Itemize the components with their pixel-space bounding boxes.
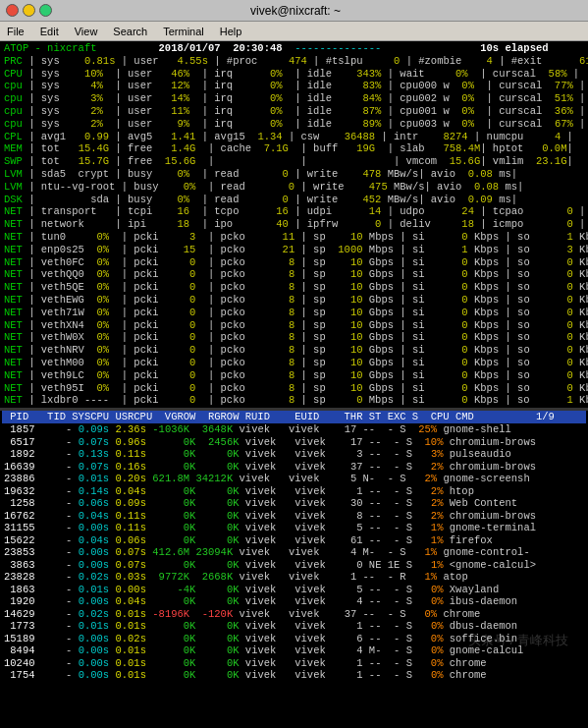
net3-line: NET | enp0s25 0% | pcki 15 | pcko 21 | s… [2, 244, 586, 256]
proc-row-1754: 1754 - 0.00s 0.01s 0K 0K vivek vivek 1 -… [2, 669, 586, 682]
cpu-line: CPU | sys 10% | user 46% | irq 0% | idle… [2, 68, 586, 81]
proc-row-1773: 1773 - 0.01s 0.01s 0K 0K vivek vivek 1 -… [2, 620, 586, 633]
maximize-button[interactable] [39, 4, 52, 17]
cpu1-line: cpu | sys 3% | user 14% | irq 0% | idle … [2, 92, 586, 105]
proc-row-23828: 23828 - 0.02s 0.03s 9772K 2668K vivek vi… [2, 571, 586, 584]
proc-row-1857: 1857 - 0.09s 2.36s -1036K 3648K vivek vi… [2, 423, 586, 436]
proc-row-23853: 23853 - 0.00s 0.07s 412.6M 23094K vivek … [2, 546, 586, 559]
proc-row-1863: 1863 - 0.01s 0.00s -4K 0K vivek vivek 5 … [2, 584, 586, 596]
title-bar: vivek@nixcraft: ~ [0, 0, 588, 22]
mem-line: MEM | tot 15.4G | free 1.4G | cache 7.1G… [2, 142, 586, 155]
net13-line: NET | veth9LC 0% | pcki 0 | pcko 8 | sp … [2, 369, 586, 382]
net9-line: NET | vethXN4 0% | pcki 0 | pcko 8 | sp … [2, 319, 586, 332]
lvm0-line: LVM | sda5 crypt | busy 0% | read 0 | wr… [2, 168, 586, 181]
net5-line: NET | vethQQ0 0% | pcki 0 | pcko 8 | sp … [2, 268, 586, 281]
process-table-area: PID TID SYSCPU USRCPU VGROW RGROW RUID E… [0, 411, 588, 682]
proc-row-15189: 15189 - 0.00s 0.02s 0K 0K vivek vivek 6 … [2, 633, 586, 645]
terminal[interactable]: ATOP - nixcraft 2018/01/07 20:30:48 ----… [0, 41, 588, 728]
net14-line: NET | veth95I 0% | pcki 0 | pcko 8 | sp … [2, 382, 586, 395]
dsk-line: DSK | sda | busy 0% | read 0 | write 452… [2, 194, 586, 206]
proc-row-16762: 16762 - 0.04s 0.11s 0K 0K vivek vivek 8 … [2, 510, 586, 523]
net7-line: NET | vethEWG 0% | pcki 0 | pcko 8 | sp … [2, 294, 586, 307]
proc-row-31155: 31155 - 0.00s 0.11s 0K 0K vivek vivek 5 … [2, 522, 586, 534]
net11-line: NET | vethNRV 0% | pcki 0 | pcko 8 | sp … [2, 344, 586, 357]
proc-row-6517: 6517 - 0.07s 0.96s 0K 2456K vivek vivek … [2, 436, 586, 449]
prc-line: PRC | sys 0.81s | user 4.55s | #proc 474… [2, 55, 586, 68]
cpu3-line: cpu | sys 2% | user 9% | irq 0% | idle 8… [2, 118, 586, 131]
proc-row-14629: 14629 - 0.02s 0.01s -8196K -120K vivek v… [2, 608, 586, 621]
proc-row-15622: 15622 - 0.04s 0.06s 0K 0K vivek vivek 61… [2, 534, 586, 547]
proc-row-8494: 8494 - 0.00s 0.01s 0K 0K vivek vivek 4 M… [2, 644, 586, 657]
net1-line: NET | network | ipi 18 | ipo 40 | ipfrw … [2, 218, 586, 231]
net2-line: NET | tun0 0% | pcki 3 | pcko 11 | sp 10… [2, 231, 586, 244]
proc-row-16639: 16639 - 0.07s 0.16s 0K 0K vivek vivek 37… [2, 461, 586, 474]
window-controls[interactable] [6, 4, 52, 17]
net15-line: NET | lxdbr0 ---- | pcki 0 | pcko 8 | sp… [2, 394, 586, 407]
net12-line: NET | vethM00 0% | pcki 0 | pcko 8 | sp … [2, 357, 586, 369]
net8-line: NET | veth71W 0% | pcki 0 | pcko 8 | sp … [2, 307, 586, 319]
proc-row-19632: 19632 - 0.14s 0.04s 0K 0K vivek vivek 1 … [2, 485, 586, 498]
menu-edit[interactable]: Edit [37, 26, 62, 37]
net10-line: NET | vethW0X 0% | pcki 0 | pcko 8 | sp … [2, 331, 586, 344]
swp-line: SWP | tot 15.7G | free 15.6G | | | vmcom… [2, 155, 586, 168]
proc-row-1920: 1920 - 0.00s 0.04s 0K 0K vivek vivek 4 -… [2, 595, 586, 608]
menu-bar: File Edit View Search Terminal Help [0, 22, 588, 41]
close-button[interactable] [6, 4, 19, 17]
cpu0-line: cpu | sys 4% | user 12% | irq 0% | idle … [2, 80, 586, 92]
proc-row-3863: 3863 - 0.00s 0.07s 0K 0K vivek vivek 0 N… [2, 559, 586, 572]
proc-row-10240: 10240 - 0.00s 0.01s 0K 0K vivek vivek 1 … [2, 657, 586, 670]
proc-row-1258: 1258 - 0.06s 0.09s 0K 0K vivek vivek 30 … [2, 497, 586, 510]
menu-view[interactable]: View [72, 26, 101, 37]
cpl-line: CPL | avg1 0.99 | avg5 1.41 | avg15 1.34… [2, 131, 586, 143]
net6-line: NET | veth5QE 0% | pcki 0 | pcko 8 | sp … [2, 281, 586, 294]
atop-header: ATOP - nixcraft 2018/01/07 20:30:48 ----… [2, 42, 586, 55]
net4-line: NET | veth0FC 0% | pcki 0 | pcko 8 | sp … [2, 256, 586, 269]
menu-file[interactable]: File [4, 26, 27, 37]
proc-row-23886: 23886 - 0.01s 0.20s 621.8M 34212K vivek … [2, 473, 586, 485]
proc-row-1892: 1892 - 0.13s 0.11s 0K 0K vivek vivek 3 -… [2, 448, 586, 461]
net0-line: NET | transport | tcpi 16 | tcpo 16 | ud… [2, 205, 586, 218]
window-title: vivek@nixcraft: ~ [52, 4, 539, 18]
cpu2-line: cpu | sys 2% | user 11% | irq 0% | idle … [2, 105, 586, 118]
lvm1-line: LVM | ntu--vg-root | busy 0% | read 0 | … [2, 181, 586, 194]
menu-terminal[interactable]: Terminal [160, 26, 207, 37]
menu-search[interactable]: Search [110, 26, 150, 37]
top-stats-area: ATOP - nixcraft 2018/01/07 20:30:48 ----… [0, 41, 588, 408]
process-table-header: PID TID SYSCPU USRCPU VGROW RGROW RUID E… [2, 411, 586, 423]
minimize-button[interactable] [23, 4, 35, 17]
menu-help[interactable]: Help [217, 26, 245, 37]
